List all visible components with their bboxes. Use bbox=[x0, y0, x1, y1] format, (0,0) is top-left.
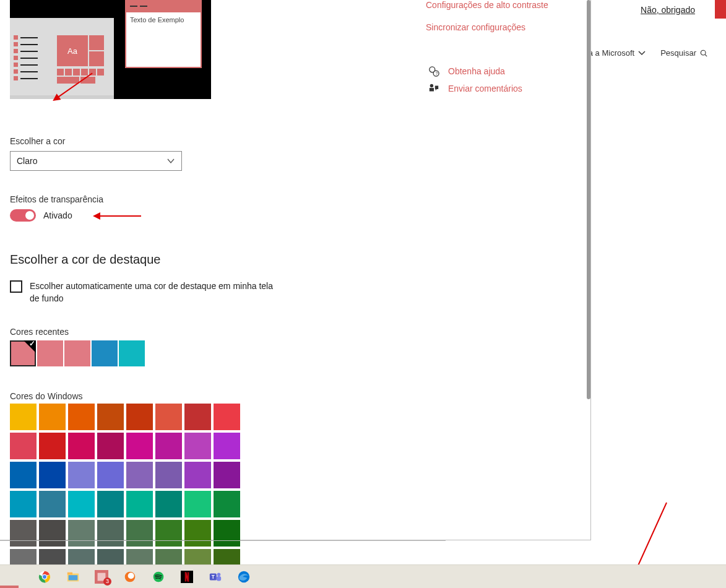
windows-color-swatch[interactable] bbox=[39, 491, 66, 517]
nav-search[interactable]: Pesquisar bbox=[660, 48, 707, 58]
badge-count: 3 bbox=[103, 577, 111, 586]
nav-microsoft[interactable]: a a Microsoft bbox=[589, 48, 646, 58]
windows-color-swatch[interactable] bbox=[126, 462, 153, 488]
windows-color-swatch[interactable] bbox=[155, 433, 182, 459]
file-explorer-icon[interactable] bbox=[66, 569, 80, 584]
chevron-down-icon bbox=[638, 50, 646, 57]
windows-color-swatch[interactable] bbox=[126, 404, 153, 430]
link-comentarios[interactable]: Enviar comentários bbox=[448, 84, 522, 93]
windows-color-swatch[interactable] bbox=[214, 520, 240, 547]
windows-color-swatch[interactable] bbox=[10, 462, 37, 488]
windows-color-swatch[interactable] bbox=[10, 520, 37, 547]
windows-color-swatch[interactable] bbox=[10, 433, 37, 459]
transparency-toggle[interactable] bbox=[10, 209, 36, 222]
svg-point-0 bbox=[701, 50, 706, 55]
windows-color-swatch[interactable] bbox=[214, 433, 240, 459]
windows-color-swatch[interactable] bbox=[126, 520, 153, 547]
choose-color-label: Escolher a cor bbox=[10, 136, 282, 146]
windows-color-swatch[interactable] bbox=[97, 404, 124, 430]
search-icon bbox=[700, 50, 707, 57]
auto-accent-checkbox[interactable] bbox=[10, 280, 22, 293]
netflix-icon[interactable] bbox=[179, 569, 194, 584]
windows-colors-label: Cores do Windows bbox=[10, 391, 282, 401]
recent-colors-label: Cores recentes bbox=[10, 327, 282, 337]
red-banner-edge bbox=[715, 0, 726, 19]
feedback-icon bbox=[428, 83, 439, 94]
annotation-arrow-icon bbox=[93, 211, 142, 221]
link-ajuda[interactable]: Obtenha ajuda bbox=[448, 66, 505, 76]
windows-color-swatch[interactable] bbox=[214, 404, 240, 430]
windows-color-swatch[interactable] bbox=[97, 433, 124, 459]
teams-icon[interactable]: T bbox=[208, 569, 223, 584]
recent-color-swatch[interactable] bbox=[92, 340, 118, 366]
windows-color-swatch[interactable] bbox=[39, 520, 66, 547]
taskbar: 3 T bbox=[0, 564, 726, 588]
accent-heading: Escolher a cor de destaque bbox=[10, 253, 282, 267]
help-icon: ? bbox=[428, 66, 439, 77]
svg-point-5 bbox=[430, 84, 433, 87]
svg-rect-6 bbox=[430, 88, 434, 91]
decline-link[interactable]: Não, obrigado bbox=[641, 5, 695, 15]
windows-color-swatch[interactable] bbox=[68, 404, 95, 430]
svg-text:T: T bbox=[212, 574, 215, 579]
color-preview: Aa Texto de Exemplo bbox=[10, 0, 211, 99]
windows-color-swatch[interactable] bbox=[126, 433, 153, 459]
svg-rect-25 bbox=[185, 572, 187, 581]
recent-color-swatch[interactable] bbox=[10, 340, 36, 366]
preview-tile-aa: Aa bbox=[57, 35, 88, 66]
windows-color-swatch[interactable] bbox=[68, 520, 95, 547]
windows-color-swatch[interactable] bbox=[10, 404, 37, 430]
scrollbar[interactable] bbox=[587, 0, 590, 399]
windows-color-swatch[interactable] bbox=[184, 404, 211, 430]
link-alto-contraste[interactable]: Configurações de alto contraste bbox=[426, 0, 548, 10]
svg-point-15 bbox=[42, 574, 46, 579]
windows-color-swatch[interactable] bbox=[126, 491, 153, 517]
windows-color-swatch[interactable] bbox=[39, 462, 66, 488]
svg-rect-18 bbox=[69, 575, 78, 580]
windows-color-swatch[interactable] bbox=[10, 491, 37, 517]
svg-line-1 bbox=[705, 54, 707, 56]
windows-color-swatch[interactable] bbox=[184, 520, 211, 547]
divider bbox=[0, 540, 446, 541]
svg-line-11 bbox=[637, 503, 667, 568]
windows-color-swatch[interactable] bbox=[68, 433, 95, 459]
windows-color-swatch[interactable] bbox=[155, 462, 182, 488]
preview-example-window: Texto de Exemplo bbox=[125, 0, 202, 68]
edge-icon[interactable] bbox=[236, 569, 251, 584]
recent-color-swatch[interactable] bbox=[37, 340, 63, 366]
windows-color-swatch[interactable] bbox=[184, 433, 211, 459]
windows-color-swatch[interactable] bbox=[214, 462, 240, 488]
windows-color-swatch[interactable] bbox=[155, 491, 182, 517]
svg-point-29 bbox=[217, 573, 221, 576]
transparency-state: Ativado bbox=[43, 210, 72, 220]
svg-marker-10 bbox=[93, 212, 100, 220]
windows-color-swatch[interactable] bbox=[97, 462, 124, 488]
windows-color-swatch[interactable] bbox=[155, 404, 182, 430]
windows-color-swatch[interactable] bbox=[155, 520, 182, 547]
spotify-icon[interactable] bbox=[151, 569, 166, 584]
taskbar-accent-strip bbox=[0, 586, 19, 588]
windows-color-swatch[interactable] bbox=[184, 491, 211, 517]
crunchyroll-icon[interactable] bbox=[123, 569, 137, 584]
svg-rect-30 bbox=[217, 576, 221, 581]
windows-color-swatch[interactable] bbox=[68, 462, 95, 488]
app-icon-with-badge[interactable]: 3 bbox=[94, 569, 109, 584]
windows-color-swatch[interactable] bbox=[97, 491, 124, 517]
windows-color-swatch[interactable] bbox=[214, 491, 240, 517]
svg-rect-17 bbox=[67, 572, 72, 574]
auto-accent-label: Escolher automaticamente uma cor de dest… bbox=[30, 280, 282, 305]
link-sincronizar[interactable]: Sincronizar configurações bbox=[426, 22, 548, 32]
windows-color-swatch[interactable] bbox=[39, 433, 66, 459]
chevron-down-icon bbox=[166, 157, 175, 165]
transparency-label: Efeitos de transparência bbox=[10, 194, 282, 204]
svg-text:?: ? bbox=[436, 71, 438, 76]
choose-color-dropdown[interactable]: Claro bbox=[10, 151, 182, 171]
recent-color-swatch[interactable] bbox=[64, 340, 90, 366]
chrome-icon[interactable] bbox=[37, 569, 52, 584]
windows-color-swatch[interactable] bbox=[39, 404, 66, 430]
windows-color-swatch[interactable] bbox=[68, 491, 95, 517]
windows-color-swatch[interactable] bbox=[97, 520, 124, 547]
windows-color-swatch[interactable] bbox=[184, 462, 211, 488]
recent-color-swatch[interactable] bbox=[119, 340, 145, 366]
settings-window: Configurações de alto contraste Sincroni… bbox=[0, 0, 591, 540]
